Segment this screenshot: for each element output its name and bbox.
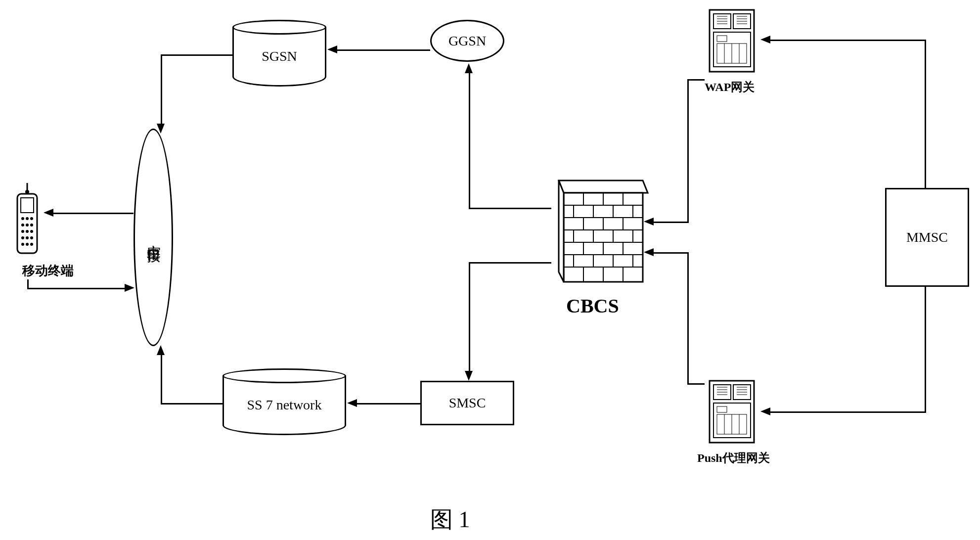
- smsc-label: SMSC: [449, 395, 486, 411]
- cbcs-label: CBCS: [566, 294, 619, 317]
- svg-point-10: [21, 230, 24, 233]
- push-gateway-label: Push代理网关: [697, 450, 770, 466]
- ss7-node: SS 7 network: [223, 376, 346, 435]
- arrow-smsc-to-ss7: [356, 403, 420, 405]
- arrowhead: [644, 218, 654, 225]
- arrow-mmsc-to-wap-h: [769, 40, 926, 41]
- cbcs-icon: [551, 176, 650, 291]
- ggsn-label: GGSN: [448, 33, 486, 49]
- arrow-mmsc-to-wap-v: [925, 40, 926, 188]
- arrowhead: [760, 407, 770, 415]
- arrow-push-to-cbcs-h2: [653, 252, 689, 254]
- svg-point-5: [26, 217, 29, 220]
- arrowhead: [125, 284, 134, 292]
- arrow-sgsn-to-air-h: [161, 54, 232, 56]
- figure-caption: 图 1: [430, 504, 470, 535]
- wap-gateway-icon: [705, 5, 759, 79]
- push-gateway-icon: [705, 376, 759, 450]
- wap-gateway-label: WAP网关: [705, 79, 755, 95]
- arrow-ss7-to-air-v: [161, 354, 162, 405]
- arrow-cbcs-to-ggsn-h: [470, 208, 551, 209]
- arrow-cbcs-to-ggsn-v: [469, 72, 470, 209]
- svg-point-15: [30, 236, 33, 239]
- mobile-terminal-label: 移动终端: [22, 262, 74, 279]
- arrowhead: [347, 399, 357, 407]
- mobile-phone-icon: [10, 183, 45, 259]
- arrow-mmsc-to-push-v: [925, 287, 926, 413]
- svg-point-18: [30, 243, 33, 246]
- arrow-ggsn-to-sgsn: [336, 49, 430, 51]
- arrow-ss7-to-air-h: [161, 403, 223, 405]
- svg-marker-21: [559, 180, 564, 282]
- svg-point-7: [21, 224, 24, 226]
- arrow-cbcs-to-smsc-v: [469, 262, 470, 373]
- arrowhead: [157, 345, 165, 355]
- ss7-label: SS 7 network: [247, 397, 322, 413]
- arrow-mmsc-to-push-h: [769, 411, 926, 413]
- svg-point-9: [30, 224, 33, 226]
- svg-marker-19: [559, 180, 648, 193]
- arrowhead: [465, 371, 473, 381]
- arrowhead: [157, 124, 165, 134]
- arrowhead: [327, 45, 337, 53]
- sgsn-node: SGSN: [232, 27, 326, 87]
- arrow-mobile-to-air-h: [27, 288, 126, 289]
- arrowhead: [465, 63, 473, 73]
- arrow-wap-to-cbcs-h2: [653, 222, 689, 223]
- svg-point-16: [21, 243, 24, 246]
- sgsn-label: SGSN: [262, 48, 297, 64]
- air-interface-label: 空中接口: [144, 233, 163, 241]
- svg-point-14: [26, 236, 29, 239]
- svg-point-6: [30, 217, 33, 220]
- arrowhead: [44, 209, 53, 217]
- mmsc-node: MMSC: [885, 188, 969, 287]
- svg-point-11: [26, 230, 29, 233]
- ggsn-node: GGSN: [430, 20, 504, 62]
- arrowhead: [760, 36, 770, 44]
- smsc-node: SMSC: [420, 381, 514, 425]
- arrow-sgsn-to-air-v: [161, 54, 162, 126]
- svg-point-4: [21, 217, 24, 220]
- arrow-air-to-mobile: [52, 213, 134, 214]
- arrow-push-to-cbcs-v: [687, 252, 689, 385]
- arrow-push-to-cbcs-h1: [687, 383, 705, 385]
- svg-point-12: [30, 230, 33, 233]
- arrowhead: [644, 248, 654, 256]
- arrow-wap-to-cbcs-v: [687, 79, 689, 223]
- svg-point-8: [26, 224, 29, 226]
- svg-point-13: [21, 236, 24, 239]
- air-interface-node: 空中接口: [134, 129, 173, 346]
- arrow-cbcs-to-smsc-h: [470, 262, 551, 264]
- mmsc-label: MMSC: [906, 229, 948, 245]
- svg-point-17: [26, 243, 29, 246]
- arrow-wap-to-cbcs-h1: [687, 79, 705, 81]
